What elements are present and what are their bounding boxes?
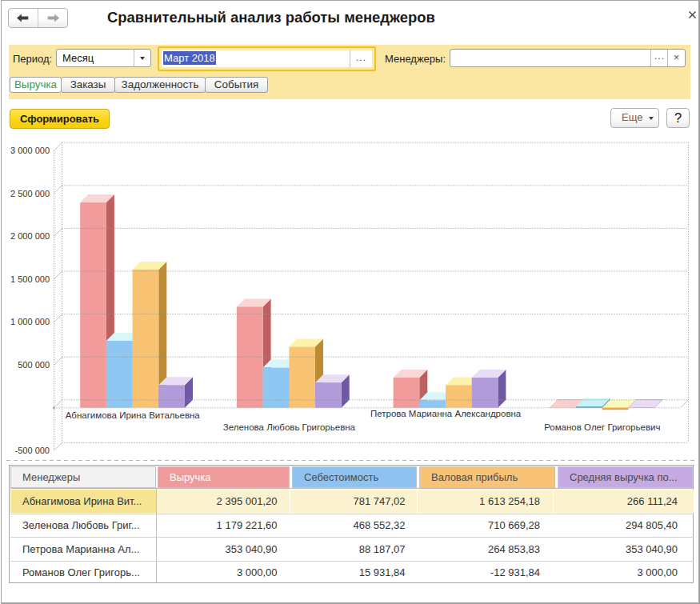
svg-text:2 000 000: 2 000 000 (10, 231, 50, 241)
svg-text:Зеленова Любовь Григорьевна: Зеленова Любовь Григорьевна (223, 422, 356, 432)
svg-text:Петрова Марианна Александровна: Петрова Марианна Александровна (370, 409, 522, 418)
svg-text:Романов Олег Григорьевич: Романов Олег Григорьевич (544, 422, 660, 432)
svg-text:500 000: 500 000 (18, 360, 50, 370)
svg-text:2 500 000: 2 500 000 (10, 189, 50, 198)
svg-text:3 000 000: 3 000 000 (10, 146, 50, 155)
svg-text:1 500 000: 1 500 000 (10, 274, 50, 284)
svg-text:1 000 000: 1 000 000 (10, 317, 50, 326)
svg-text:-500 000: -500 000 (15, 446, 50, 455)
svg-text:Абнагимова Ирина Витальевна: Абнагимова Ирина Витальевна (66, 410, 201, 420)
